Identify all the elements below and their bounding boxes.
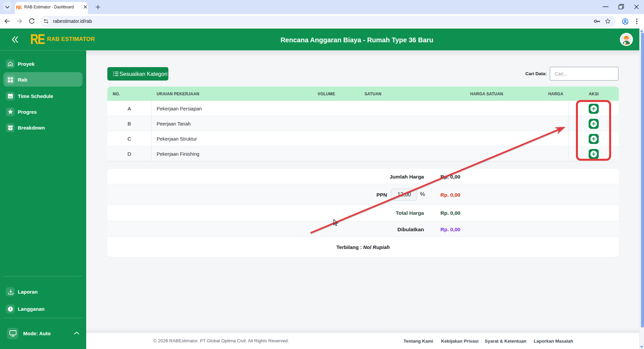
svg-text:RE: RE [30,33,45,45]
svg-text:RE: RE [16,4,22,10]
